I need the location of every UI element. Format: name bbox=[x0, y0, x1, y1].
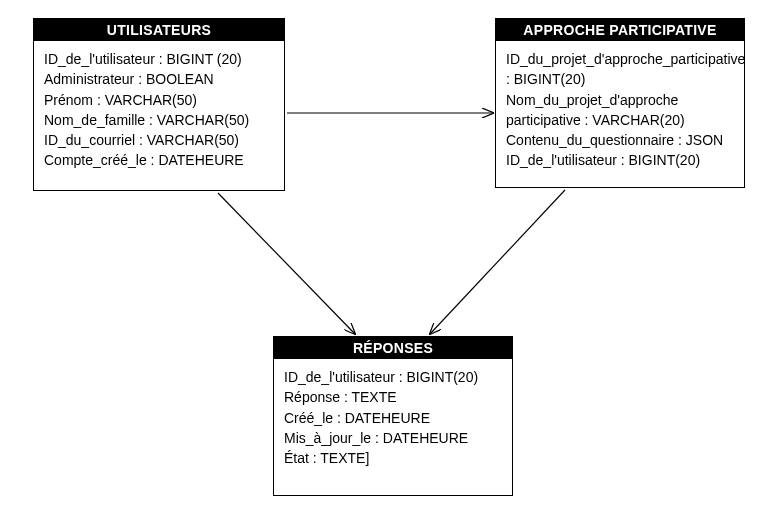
entity-approach-title: APPROCHE PARTICIPATIVE bbox=[496, 19, 744, 41]
entity-responses-body: ID_de_l'utilisateur : BIGINT(20) Réponse… bbox=[274, 359, 512, 482]
entity-users: UTILISATEURS ID_de_l'utilisateur : BIGIN… bbox=[33, 18, 285, 191]
arrow-users-to-responses bbox=[218, 193, 355, 334]
field: Contenu_du_questionnaire : JSON bbox=[506, 130, 734, 150]
entity-responses: RÉPONSES ID_de_l'utilisateur : BIGINT(20… bbox=[273, 336, 513, 496]
field: ID_du_courriel : VARCHAR(50) bbox=[44, 130, 274, 150]
field: Mis_à_jour_le : DATEHEURE bbox=[284, 428, 502, 448]
field: ID_du_projet_d'approche_participative : … bbox=[506, 49, 734, 90]
field: Nom_du_projet_d'approche participative :… bbox=[506, 90, 734, 131]
field: ID_de_l'utilisateur : BIGINT (20) bbox=[44, 49, 274, 69]
entity-users-title: UTILISATEURS bbox=[34, 19, 284, 41]
entity-users-body: ID_de_l'utilisateur : BIGINT (20) Admini… bbox=[34, 41, 284, 185]
field: ID_de_l'utilisateur : BIGINT(20) bbox=[284, 367, 502, 387]
field: Administrateur : BOOLEAN bbox=[44, 69, 274, 89]
entity-approach: APPROCHE PARTICIPATIVE ID_du_projet_d'ap… bbox=[495, 18, 745, 188]
arrow-approach-to-responses bbox=[430, 190, 565, 334]
field: Créé_le : DATEHEURE bbox=[284, 408, 502, 428]
entity-responses-title: RÉPONSES bbox=[274, 337, 512, 359]
field: Prénom : VARCHAR(50) bbox=[44, 90, 274, 110]
field: Nom_de_famille : VARCHAR(50) bbox=[44, 110, 274, 130]
field: Réponse : TEXTE bbox=[284, 387, 502, 407]
entity-approach-body: ID_du_projet_d'approche_participative : … bbox=[496, 41, 744, 185]
field: État : TEXTE] bbox=[284, 448, 502, 468]
field: ID_de_l'utilisateur : BIGINT(20) bbox=[506, 150, 734, 170]
field: Compte_créé_le : DATEHEURE bbox=[44, 150, 274, 170]
